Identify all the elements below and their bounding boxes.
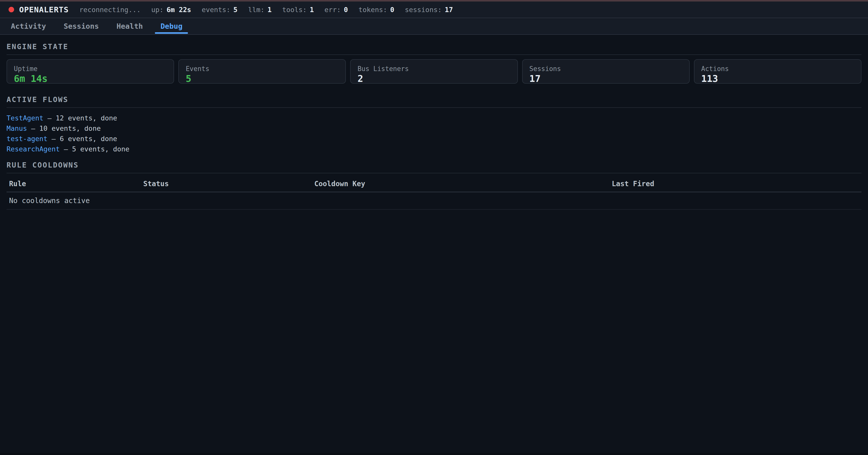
metric-tools: tools: 1 xyxy=(282,6,314,13)
flow-row: TestAgent — 12 events, done xyxy=(6,113,862,123)
connection-status: reconnecting... xyxy=(79,6,141,13)
metric-uptime: up: 6m 22s xyxy=(151,6,191,13)
debug-panel: ENGINE STATE Uptime 6m 14s Events 5 Bus … xyxy=(0,35,868,210)
active-flows-section: ACTIVE FLOWS TestAgent — 12 events, done… xyxy=(6,95,862,154)
metric-events: events: 5 xyxy=(202,6,238,13)
tab-activity[interactable]: Activity xyxy=(4,18,53,34)
card-sessions: Sessions 17 xyxy=(522,59,690,84)
engine-state-cards: Uptime 6m 14s Events 5 Bus Listeners 2 S… xyxy=(6,59,862,84)
tab-debug[interactable]: Debug xyxy=(153,18,189,34)
card-actions: Actions 113 xyxy=(694,59,862,84)
flow-link-manus[interactable]: Manus xyxy=(6,124,27,132)
status-bar: OPENALERTS reconnecting... up: 6m 22s ev… xyxy=(0,1,868,18)
flow-link-researchagent[interactable]: ResearchAgent xyxy=(6,145,60,153)
empty-state-row: No cooldowns active xyxy=(6,192,862,210)
brand-group: OPENALERTS xyxy=(8,5,69,14)
column-header-cooldown-key: Cooldown Key xyxy=(312,176,609,192)
card-uptime: Uptime 6m 14s xyxy=(6,59,174,84)
tab-bar: Activity Sessions Health Debug xyxy=(0,18,868,35)
column-header-rule: Rule xyxy=(6,176,141,192)
metric-sessions: sessions: 17 xyxy=(405,6,453,13)
column-header-status: Status xyxy=(141,176,312,192)
section-divider xyxy=(6,54,862,55)
cooldowns-table: Rule Status Cooldown Key Last Fired No c… xyxy=(6,176,862,210)
active-flows-heading: ACTIVE FLOWS xyxy=(6,95,862,104)
metric-llm: llm: 1 xyxy=(248,6,272,13)
tab-health[interactable]: Health xyxy=(109,18,150,34)
flow-list: TestAgent — 12 events, done Manus — 10 e… xyxy=(6,113,862,154)
card-events: Events 5 xyxy=(178,59,346,84)
column-header-last-fired: Last Fired xyxy=(609,176,862,192)
metric-tokens: tokens: 0 xyxy=(359,6,394,13)
empty-state-message: No cooldowns active xyxy=(6,192,92,209)
card-bus-listeners: Bus Listeners 2 xyxy=(350,59,518,84)
rule-cooldowns-section: RULE COOLDOWNS Rule Status Cooldown Key … xyxy=(6,161,862,210)
section-divider xyxy=(6,107,862,108)
metric-errors: err: 0 xyxy=(324,6,348,13)
tab-sessions[interactable]: Sessions xyxy=(57,18,106,34)
flow-row: ResearchAgent — 5 events, done xyxy=(6,144,862,154)
flow-row: Manus — 10 events, done xyxy=(6,123,862,133)
section-divider xyxy=(6,173,862,173)
engine-state-heading: ENGINE STATE xyxy=(6,42,862,51)
app-title: OPENALERTS xyxy=(19,5,69,14)
flow-row: test-agent — 6 events, done xyxy=(6,133,862,144)
rule-cooldowns-heading: RULE COOLDOWNS xyxy=(6,161,862,169)
flow-link-test-agent[interactable]: test-agent xyxy=(6,135,48,143)
cooldowns-table-header: Rule Status Cooldown Key Last Fired xyxy=(6,176,862,192)
flow-link-testagent[interactable]: TestAgent xyxy=(6,114,43,122)
status-dot-icon xyxy=(8,7,14,12)
window-bottom-strip xyxy=(0,453,868,455)
engine-state-section: ENGINE STATE Uptime 6m 14s Events 5 Bus … xyxy=(6,42,862,84)
